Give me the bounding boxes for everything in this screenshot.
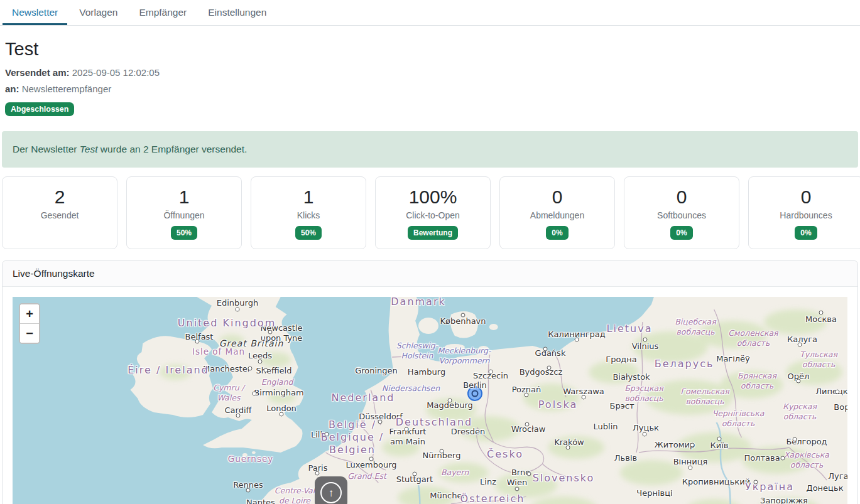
map-label: Смоленская область: [728, 328, 778, 348]
map-label: Брянская область: [738, 371, 776, 390]
stat-value: 2: [6, 186, 113, 207]
map-label: Mecklenburg- Vorpommern: [438, 346, 491, 365]
stat-label: Hardbounces: [753, 210, 859, 220]
map-label: Полтава: [744, 453, 780, 463]
map-label: Воронеж: [834, 402, 847, 412]
map-label: Białystok: [612, 372, 650, 382]
top-nav-tabs: NewsletterVorlagenEmpfängerEinstellungen: [0, 0, 860, 26]
map-city-dot: [582, 395, 586, 400]
stat-badge: 0%: [795, 226, 817, 240]
tab-empf-nger[interactable]: Empfänger: [129, 0, 196, 25]
map-label: Éire / Ireland: [128, 364, 209, 377]
map-label: Luxembourg: [346, 460, 396, 470]
stat-badge: 0%: [546, 226, 568, 240]
scroll-to-top-button[interactable]: ↑: [315, 476, 347, 504]
map-city-dot: [461, 313, 465, 318]
stat-badge: Bewertung: [408, 226, 458, 240]
map-city-dot: [798, 343, 802, 347]
up-arrow-icon: ↑: [320, 482, 342, 503]
map-label: Česko: [487, 448, 523, 461]
tab-vorlagen[interactable]: Vorlagen: [70, 0, 127, 25]
stat-card-abmeldungen: 0Abmeldungen0%: [499, 176, 615, 249]
map-city-dot: [369, 457, 374, 461]
tab-newsletter[interactable]: Newsletter: [3, 0, 67, 25]
map-label: Hamburg: [408, 367, 445, 377]
stat-badge: 50%: [171, 226, 197, 240]
stat-card--ffnungen: 1Öffnungen50%: [126, 176, 242, 249]
map-city-dot: [315, 471, 320, 476]
map-label: Slovensko: [533, 472, 595, 485]
map-label: Centre-Val de Loire: [275, 486, 315, 504]
map-city-dot: [280, 412, 284, 417]
stat-label: Softbounces: [628, 210, 735, 220]
zoom-out-button[interactable]: −: [20, 323, 39, 343]
map-city-dot: [781, 456, 785, 461]
map-city-dot: [543, 347, 548, 351]
map-city-dot: [253, 392, 257, 396]
map-label: Україна: [745, 481, 794, 493]
page-title: Test: [5, 39, 858, 60]
map-label: Чернівці: [636, 488, 672, 498]
map-city-dot: [405, 427, 409, 432]
map-label: Львів: [614, 453, 637, 463]
map-city-dot: [689, 466, 693, 470]
map-label: Gdańsk: [535, 348, 566, 358]
map-city-dot: [566, 446, 570, 450]
map-label: Sheffield: [256, 366, 292, 376]
map-city-dot: [489, 370, 493, 374]
stat-card-gesendet: 2Gesendet: [2, 176, 117, 249]
map-label: Луганськ: [828, 471, 847, 481]
stat-value: 0: [628, 186, 735, 207]
openstreetmap-canvas[interactable]: + − EdinburghNewcastle upon TyneBelfastL…: [13, 297, 847, 504]
map-city-dot: [525, 422, 530, 427]
map-label: Калуга: [787, 335, 817, 345]
map-label: Birmingham: [254, 388, 303, 398]
map-city-dot: [797, 379, 801, 383]
map-city-dot: [440, 449, 444, 454]
map-label: Брэсцкая вобласць: [624, 383, 663, 403]
map-label: Österreich: [460, 493, 525, 504]
alert-newsletter-name: Test: [80, 144, 98, 154]
map-label: Grand Est: [347, 471, 386, 481]
map-label: Danmark: [391, 297, 446, 308]
sent-at-value: 2025-09-05 12:02:05: [72, 67, 160, 78]
map-label: Lublin: [594, 422, 618, 432]
map-city-dot: [690, 443, 695, 448]
map-city-dot: [643, 338, 648, 342]
zoom-in-button[interactable]: +: [20, 304, 39, 323]
map-label: Nantes: [246, 498, 275, 504]
map-label: Linz: [480, 477, 496, 487]
map-city-dot: [378, 420, 383, 424]
map-label: België / Belgique / Belgien: [321, 419, 384, 456]
map-label: Lietuva: [607, 323, 653, 335]
stat-value: 100%: [379, 186, 486, 207]
map-city-dot: [643, 432, 647, 437]
map-city-dot: [248, 367, 253, 371]
map-city-dot: [258, 360, 263, 364]
status-badge: Abgeschlossen: [5, 102, 74, 116]
map-label: Guernsey: [228, 454, 274, 464]
map-label: Manchester: [203, 364, 251, 374]
map-label: Чернігівська область: [712, 409, 765, 428]
map-label: Cymru / Wales: [213, 383, 244, 402]
stat-card-klicks: 1Klicks50%: [251, 176, 366, 249]
stat-card-click-to-open: 100%Click-to-OpenBewertung: [375, 176, 491, 249]
map-city-dot: [527, 472, 531, 476]
map-label: Nederland: [332, 392, 395, 404]
tab-einstellungen[interactable]: Einstellungen: [199, 0, 276, 25]
map-label: Віцебская вобласць: [675, 317, 716, 336]
map-city-dot: [448, 399, 452, 403]
stat-card-softbounces: 0Softbounces0%: [624, 176, 739, 249]
success-alert: Der Newsletter Test wurde an 2 Empfänger…: [2, 131, 858, 168]
stat-badge: 50%: [295, 226, 322, 240]
map-label: Липецк: [815, 387, 847, 397]
map-label: Bayern: [441, 468, 469, 478]
map-label: Bydgoszcz: [520, 367, 563, 377]
page-container: Test Versendet am: 2025-09-05 12:02:05 a…: [0, 39, 860, 504]
map-label: Луцьк: [633, 423, 659, 433]
map-label: Polska: [538, 399, 577, 411]
map-city-dot: [547, 366, 552, 370]
map-label: Беларусь: [655, 358, 714, 370]
map-label: Житомир: [655, 440, 695, 450]
marker-inner-ring: [472, 390, 479, 397]
